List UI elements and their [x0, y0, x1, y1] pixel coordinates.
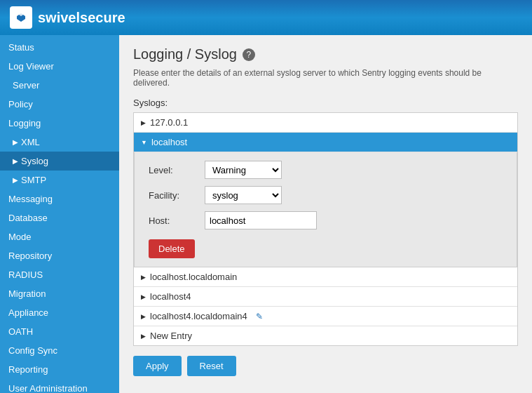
sidebar-item-reporting[interactable]: Reporting — [0, 360, 119, 379]
sidebar-item-config-sync[interactable]: Config Sync — [0, 341, 119, 360]
expand-icon-4: ▶ — [141, 293, 146, 300]
bottom-actions: Apply Reset — [133, 356, 518, 376]
sidebar-item-migration[interactable]: Migration — [0, 284, 119, 303]
sidebar-item-messaging[interactable]: Messaging — [0, 189, 119, 208]
sidebar-item-database[interactable]: Database — [0, 208, 119, 227]
syslog-entry-4[interactable]: ▶ localhost4 — [134, 287, 517, 307]
expanded-form: Level: Warning Debug Info Error Critical… — [134, 152, 517, 267]
host-label: Host: — [149, 215, 205, 226]
syslog-entry-1[interactable]: ▶ 127.0.0.1 — [134, 113, 517, 133]
page-title: Logging / Syslog ? — [133, 46, 518, 62]
syslog-entry-5[interactable]: ▶ localhost4.localdomain4 ✎ — [134, 307, 517, 326]
expand-icon-5: ▶ — [141, 313, 146, 320]
syslog-label-2: localhost — [151, 137, 187, 147]
logo-text: swivelsecure — [38, 10, 125, 26]
host-row: Host: — [149, 211, 503, 229]
syslog-entry-3[interactable]: ▶ localhost.localdomain — [134, 267, 517, 287]
facility-select[interactable]: syslog kern user mail daemon auth — [205, 186, 282, 204]
delete-button[interactable]: Delete — [149, 239, 195, 258]
syslog-list: ▶ 127.0.0.1 ▼ localhost Level: Warning D… — [133, 112, 518, 346]
expand-icon-1: ▶ — [141, 119, 146, 126]
level-row: Level: Warning Debug Info Error Critical — [149, 161, 503, 179]
sidebar-item-logging[interactable]: Logging — [0, 114, 119, 133]
apply-button[interactable]: Apply — [133, 356, 182, 376]
help-icon[interactable]: ? — [243, 48, 255, 61]
syslog-entry-2[interactable]: ▼ localhost — [134, 133, 517, 152]
sidebar: Status Log Viewer Server Policy Logging … — [0, 35, 119, 393]
sidebar-item-appliance[interactable]: Appliance — [0, 303, 119, 322]
edit-icon[interactable]: ✎ — [254, 312, 264, 321]
sidebar-item-server[interactable]: Server — [0, 76, 119, 95]
sidebar-item-mode[interactable]: Mode — [0, 227, 119, 246]
sidebar-item-radius[interactable]: RADIUS — [0, 265, 119, 284]
logo-icon — [10, 6, 32, 29]
svg-marker-2 — [17, 11, 25, 16]
main-content: Logging / Syslog ? Please enter the deta… — [119, 35, 532, 393]
syslog-label-new: New Entry — [150, 331, 192, 341]
expand-icon-2: ▼ — [141, 139, 147, 146]
sidebar-item-oath[interactable]: OATH — [0, 322, 119, 341]
host-input[interactable] — [205, 211, 317, 229]
syslog-label-3: localhost.localdomain — [150, 272, 237, 282]
expand-icon-3: ▶ — [141, 274, 146, 281]
sidebar-item-repository[interactable]: Repository — [0, 246, 119, 265]
sidebar-item-syslog[interactable]: ▶Syslog — [0, 152, 119, 171]
sidebar-item-smtp[interactable]: ▶SMTP — [0, 171, 119, 189]
logo: swivelsecure — [10, 6, 125, 29]
section-label: Syslogs: — [133, 98, 518, 108]
syslog-label-5: localhost4.localdomain4 — [150, 311, 247, 321]
syslog-label-1: 127.0.0.1 — [150, 117, 188, 128]
syslog-entry-new[interactable]: ▶ New Entry — [134, 326, 517, 345]
header: swivelsecure — [0, 0, 532, 35]
sidebar-item-status[interactable]: Status — [0, 38, 119, 57]
level-select[interactable]: Warning Debug Info Error Critical — [205, 161, 282, 179]
syslog-label-4: localhost4 — [150, 291, 191, 302]
sidebar-item-policy[interactable]: Policy — [0, 95, 119, 114]
expand-icon-new: ▶ — [141, 333, 146, 340]
level-label: Level: — [149, 165, 205, 175]
reset-button[interactable]: Reset — [187, 356, 236, 376]
page-description: Please enter the details of an external … — [133, 68, 518, 88]
facility-row: Facility: syslog kern user mail daemon a… — [149, 186, 503, 204]
sidebar-item-log-viewer[interactable]: Log Viewer — [0, 57, 119, 76]
sidebar-item-xml[interactable]: ▶XML — [0, 133, 119, 152]
facility-label: Facility: — [149, 190, 205, 201]
sidebar-item-user-admin[interactable]: User Administration — [0, 379, 119, 393]
